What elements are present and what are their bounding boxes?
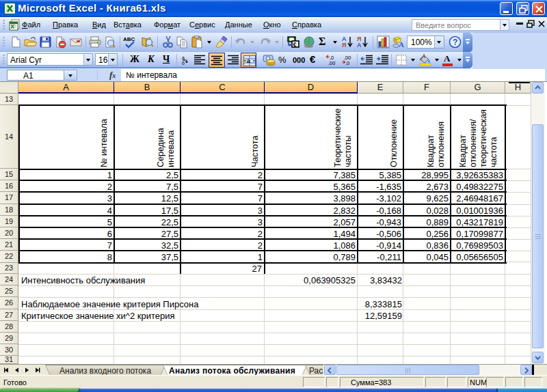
svg-text:б: б xyxy=(182,61,185,66)
svg-text:,0: ,0 xyxy=(345,60,349,66)
svg-text:?: ? xyxy=(453,38,457,47)
svg-text:Я: Я xyxy=(342,42,346,48)
svg-text:А: А xyxy=(357,42,362,48)
svg-text:A: A xyxy=(399,40,404,48)
svg-text:,00: ,00 xyxy=(328,60,335,66)
svg-text:X: X xyxy=(10,23,14,30)
svg-text:а: а xyxy=(182,55,185,60)
svg-text:€: € xyxy=(293,41,297,48)
